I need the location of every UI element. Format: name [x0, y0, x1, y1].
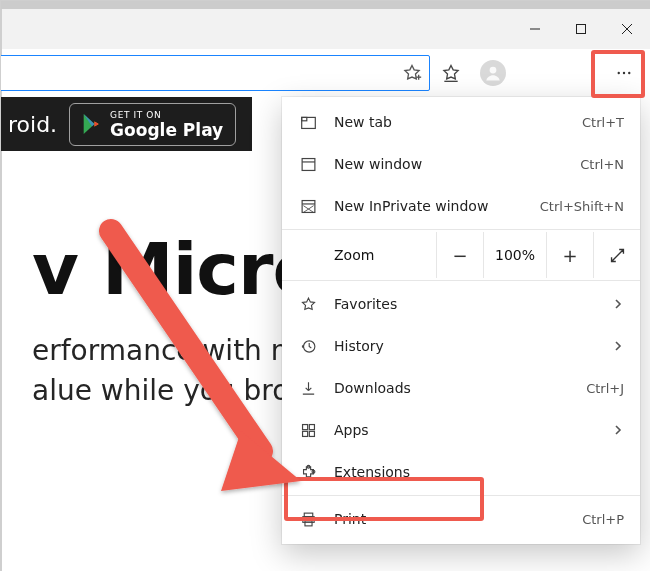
minimize-button[interactable]	[512, 9, 558, 49]
menu-item-downloads[interactable]: Downloads Ctrl+J	[282, 367, 640, 409]
add-favorite-icon[interactable]	[395, 56, 429, 90]
download-icon	[298, 380, 318, 397]
inprivate-icon	[298, 198, 318, 215]
svg-point-9	[623, 72, 625, 74]
address-bar[interactable]	[0, 55, 430, 91]
svg-rect-19	[309, 424, 314, 429]
zoom-in-button[interactable]: +	[546, 232, 593, 278]
menu-item-label: History	[334, 338, 596, 354]
svg-point-8	[618, 72, 620, 74]
maximize-button[interactable]	[558, 9, 604, 49]
favorites-button[interactable]	[430, 49, 472, 97]
promo-text: roid.	[0, 112, 57, 137]
hero-subheading: erformance with n alue while you bro	[32, 331, 289, 411]
svg-rect-26	[304, 520, 311, 525]
menu-item-favorites[interactable]: Favorites	[282, 283, 640, 325]
print-icon	[298, 511, 318, 528]
history-icon	[298, 338, 318, 355]
menu-item-shortcut: Ctrl+J	[586, 381, 624, 396]
svg-rect-20	[302, 431, 307, 436]
menu-item-apps[interactable]: Apps	[282, 409, 640, 451]
menu-item-shortcut: Ctrl+P	[582, 512, 624, 527]
new-tab-icon	[298, 114, 318, 131]
svg-rect-18	[302, 424, 307, 429]
menu-item-label: New window	[334, 156, 564, 172]
gplay-big: Google Play	[110, 121, 223, 139]
menu-item-label: Apps	[334, 422, 596, 438]
svg-rect-1	[577, 25, 586, 34]
close-button[interactable]	[604, 9, 650, 49]
menu-item-label: New tab	[334, 114, 566, 130]
more-button[interactable]	[602, 53, 646, 93]
apps-icon	[298, 422, 318, 439]
zoom-label: Zoom	[334, 247, 436, 263]
svg-point-7	[490, 67, 497, 74]
fullscreen-icon	[609, 247, 626, 264]
menu-item-label: New InPrivate window	[334, 198, 524, 214]
menu-item-label: Downloads	[334, 380, 570, 396]
menu-separator	[282, 280, 640, 281]
toolbar	[2, 49, 650, 98]
profile-button[interactable]	[472, 49, 514, 97]
svg-rect-11	[301, 117, 315, 128]
menu-item-shortcut: Ctrl+N	[580, 157, 624, 172]
menu-item-zoom: Zoom − 100% +	[282, 232, 640, 278]
svg-rect-21	[309, 431, 314, 436]
menu-item-label: Print	[334, 511, 566, 527]
promo-bar: roid. GET IT ON Google Play	[0, 97, 252, 151]
chevron-right-icon	[612, 424, 624, 436]
google-play-badge[interactable]: GET IT ON Google Play	[69, 103, 236, 146]
chevron-right-icon	[612, 340, 624, 352]
titlebar	[2, 9, 650, 49]
fullscreen-button[interactable]	[593, 232, 640, 278]
menu-item-shortcut: Ctrl+Shift+N	[540, 199, 624, 214]
zoom-out-button[interactable]: −	[436, 232, 483, 278]
extensions-icon	[298, 464, 318, 481]
menu-item-label: Extensions	[334, 464, 624, 480]
menu-item-history[interactable]: History	[282, 325, 640, 367]
svg-point-10	[628, 72, 630, 74]
star-icon	[298, 296, 318, 313]
browser-window: roid. GET IT ON Google Play v Micros erf…	[1, 9, 650, 571]
google-play-icon	[82, 113, 102, 135]
menu-separator	[282, 495, 640, 496]
menu-item-new-inprivate[interactable]: New InPrivate window Ctrl+Shift+N	[282, 185, 640, 227]
menu-item-new-tab[interactable]: New tab Ctrl+T	[282, 101, 640, 143]
settings-menu: New tab Ctrl+T New window Ctrl+N New InP…	[282, 97, 640, 544]
zoom-value: 100%	[483, 232, 546, 278]
menu-item-print[interactable]: Print Ctrl+P	[282, 498, 640, 540]
svg-rect-12	[301, 117, 306, 120]
avatar-icon	[480, 60, 506, 86]
menu-separator	[282, 229, 640, 230]
chevron-right-icon	[612, 298, 624, 310]
menu-item-new-window[interactable]: New window Ctrl+N	[282, 143, 640, 185]
gplay-small: GET IT ON	[110, 110, 223, 121]
menu-item-extensions[interactable]: Extensions	[282, 451, 640, 493]
window: roid. GET IT ON Google Play v Micros erf…	[0, 0, 650, 571]
new-window-icon	[298, 156, 318, 173]
menu-item-shortcut: Ctrl+T	[582, 115, 624, 130]
svg-rect-13	[302, 158, 315, 170]
menu-item-label: Favorites	[334, 296, 596, 312]
